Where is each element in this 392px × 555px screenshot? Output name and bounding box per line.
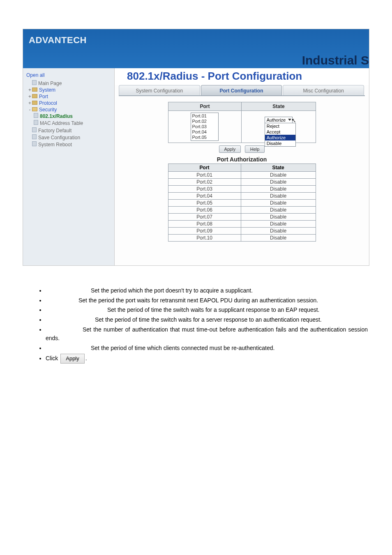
page-title: 802.1x/Radius - Port Configuration: [115, 68, 369, 85]
table-row: Port.02Disable: [168, 179, 316, 186]
brand-logo: ADVANTECH: [29, 35, 87, 46]
col-header-state: State: [242, 102, 316, 111]
pa-col-state: State: [241, 164, 316, 172]
tab-port-configuration[interactable]: Port Configuration: [201, 85, 282, 95]
app-frame: ADVANTECH Industrial S Open all Main Pag…: [23, 29, 369, 266]
open-all-link[interactable]: Open all: [26, 72, 112, 78]
banner-suffix: Industrial S: [302, 53, 369, 67]
table-row: Port.10Disable: [168, 235, 316, 242]
state-option-reject[interactable]: Reject: [265, 123, 295, 129]
sidebar-item-system[interactable]: +System: [28, 87, 112, 93]
sidebar-item-port[interactable]: +Port: [28, 93, 112, 100]
state-option-accept[interactable]: Accept: [265, 129, 295, 135]
tab-misc-configuration[interactable]: Misc Configuration: [283, 85, 364, 95]
table-row: Port.01Disable: [168, 172, 316, 179]
content-area: 802.1x/Radius - Port Configuration Syste…: [115, 68, 369, 265]
table-row: Port.06Disable: [168, 207, 316, 214]
doc-apply-button: Apply: [60, 354, 85, 364]
state-option-authorize[interactable]: Authorize: [265, 135, 295, 140]
table-row: Port.07Disable: [168, 214, 316, 221]
pa-col-port: Port: [168, 164, 241, 172]
apply-button[interactable]: Apply: [219, 145, 241, 153]
sidebar-item-8021x-radius[interactable]: 802.1x/Radius: [34, 113, 112, 120]
sidebar-item-security[interactable]: -Security 802.1x/Radius MAC Address Tabl…: [28, 106, 112, 127]
expand-icon[interactable]: +: [28, 94, 32, 99]
port-authorization-table: Port State Port.01Disable Port.02Disable…: [168, 164, 316, 242]
help-button[interactable]: Help: [245, 145, 265, 153]
collapse-icon[interactable]: -: [28, 107, 32, 113]
sidebar-item-main-page[interactable]: Main Page: [28, 80, 112, 87]
doc-text: Set the period which the port doesn't tr…: [24, 286, 368, 364]
sidebar: Open all Main Page +System +Port +Protoc…: [23, 68, 115, 265]
sidebar-item-mac-address-table[interactable]: MAC Address Table: [34, 120, 112, 127]
sidebar-item-system-reboot[interactable]: System Reboot: [28, 141, 112, 148]
nav-tree: Main Page +System +Port +Protocol -Secur…: [26, 80, 112, 148]
expand-icon[interactable]: +: [28, 87, 32, 93]
header-banner: ADVANTECH Industrial S: [23, 29, 369, 68]
state-option-disable[interactable]: Disable: [265, 140, 295, 146]
port-multiselect[interactable]: Port.01 Port.02 Port.03 Port.04 Port.05: [191, 113, 219, 141]
sidebar-item-factory-default[interactable]: Factory Default: [28, 127, 112, 134]
sidebar-item-protocol[interactable]: +Protocol: [28, 100, 112, 106]
table-row: Port.03Disable: [168, 186, 316, 193]
table-row: Port.04Disable: [168, 193, 316, 200]
state-dropdown[interactable]: Authorize ↖ Reject Accept Authorize Disa…: [265, 117, 293, 123]
expand-icon[interactable]: +: [28, 100, 32, 106]
table-row: Port.09Disable: [168, 228, 316, 235]
port-authorization-title: Port Authorization: [168, 156, 316, 163]
tab-system-configuration[interactable]: System Configuration: [119, 85, 200, 95]
tab-bar: System Configuration Port Configuration …: [119, 85, 365, 96]
state-dropdown-list[interactable]: Reject Accept Authorize Disable: [265, 123, 296, 147]
config-table: Port State Port.01 Port.02 Port.03 Port.…: [168, 102, 316, 143]
table-row: Port.05Disable: [168, 200, 316, 207]
table-row: Port.08Disable: [168, 221, 316, 228]
col-header-port: Port: [168, 102, 242, 111]
sidebar-item-save-configuration[interactable]: Save Configuration: [28, 134, 112, 141]
